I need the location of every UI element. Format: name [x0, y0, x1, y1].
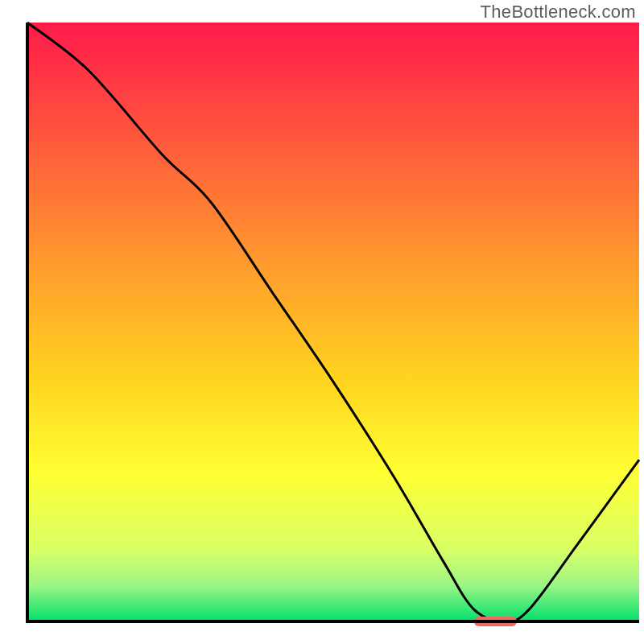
plot-background [27, 23, 639, 621]
bottleneck-chart [0, 0, 644, 644]
chart-container: TheBottleneck.com [0, 0, 644, 644]
watermark-text: TheBottleneck.com [481, 2, 636, 23]
